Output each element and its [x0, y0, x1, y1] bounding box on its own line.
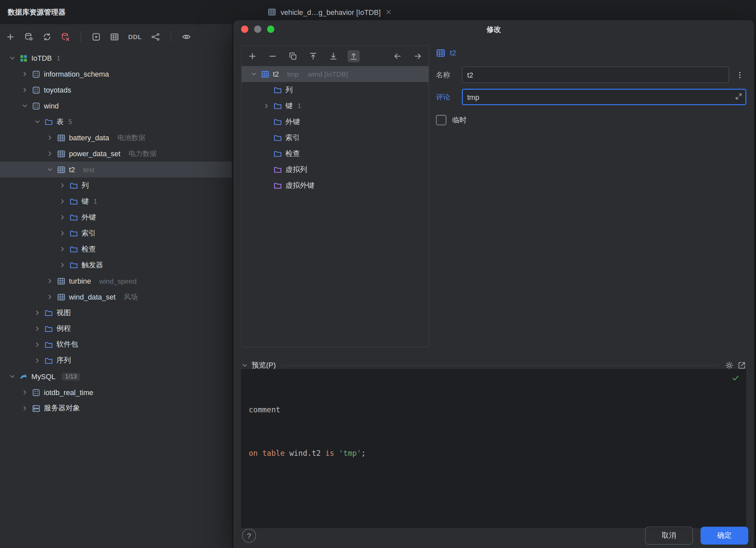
dialog-tree-item-indexes[interactable]: 索引 — [241, 130, 428, 146]
table-icon — [57, 149, 66, 158]
chevron-right-icon[interactable] — [263, 102, 270, 109]
chevron-right-icon[interactable] — [34, 341, 41, 348]
dialog-tree-item-checks[interactable]: 检查 — [241, 146, 428, 161]
tree-item-iotdb[interactable]: IoTDB 1 — [0, 50, 232, 66]
chevron-down-icon[interactable] — [250, 70, 258, 78]
dialog-tree-item-t2[interactable]: t2 tmp .wind [IoTDB] — [241, 66, 428, 82]
chevron-right-icon[interactable] — [59, 229, 66, 237]
dialog-tree-item-virtual-columns[interactable]: 虚拟列 — [241, 161, 428, 177]
chevron-right-icon[interactable] — [34, 309, 41, 317]
tree-item-label: 列 — [82, 181, 89, 190]
chevron-down-icon[interactable] — [9, 373, 16, 380]
chevron-right-icon[interactable] — [34, 325, 41, 333]
tree-item-sequences-folder[interactable]: 序列 — [0, 353, 232, 369]
preview-settings-gear-icon[interactable] — [725, 361, 734, 370]
chevron-right-icon[interactable] — [46, 150, 54, 157]
chevron-down-icon[interactable] — [241, 362, 248, 369]
comment-input[interactable] — [462, 89, 746, 105]
datasource-properties-icon[interactable] — [24, 32, 33, 41]
dialog-tree-item-columns[interactable]: 列 — [241, 82, 428, 98]
tree-item-label: information_schema — [44, 70, 109, 78]
tree-item-wind[interactable]: wind — [0, 98, 232, 114]
disconnect-icon[interactable] — [61, 32, 70, 41]
tree-item-views-folder[interactable]: 视图 — [0, 305, 232, 321]
tree-item-iotdb-real-time[interactable]: iotdb_real_time — [0, 385, 232, 400]
chevron-down-icon[interactable] — [9, 54, 16, 62]
chevron-right-icon[interactable] — [59, 213, 66, 221]
tree-item-turbine[interactable]: turbine wind_speed — [0, 273, 232, 289]
tree-item-foreign-keys[interactable]: 外键 — [0, 209, 232, 225]
tree-item-toyotads[interactable]: toyotads — [0, 82, 232, 98]
jump-to-console-icon[interactable] — [92, 32, 101, 41]
add-datasource-button[interactable] — [6, 32, 15, 41]
help-button[interactable]: ? — [242, 529, 256, 543]
table-comment: test — [83, 165, 95, 173]
ddl-button[interactable]: DDL — [128, 33, 142, 40]
tree-item-checks[interactable]: 检查 — [0, 241, 232, 257]
tree-item-triggers[interactable]: 触发器 — [0, 257, 232, 273]
temporary-checkbox[interactable] — [436, 115, 446, 125]
chevron-right-icon[interactable] — [21, 405, 29, 412]
tree-item-mysql[interactable]: MySQL 1/13 — [0, 369, 232, 385]
more-options-kebab-icon[interactable] — [733, 68, 746, 82]
footer-buttons: 取消 确定 — [645, 527, 748, 545]
chevron-right-icon[interactable] — [34, 357, 41, 364]
tree-item-keys[interactable]: 键 1 — [0, 193, 232, 209]
tree-item-tables-folder[interactable]: 表 5 — [0, 114, 232, 130]
preview-section-header[interactable]: 预览(P) — [241, 360, 746, 370]
duplicate-icon[interactable] — [287, 50, 299, 62]
chevron-down-icon[interactable] — [46, 166, 54, 173]
tree-item-routines-folder[interactable]: 例程 — [0, 321, 232, 337]
chevron-right-icon[interactable] — [59, 182, 66, 189]
back-icon[interactable] — [392, 50, 404, 62]
refresh-icon[interactable] — [42, 32, 52, 41]
chevron-right-icon[interactable] — [21, 70, 29, 78]
chevron-right-icon[interactable] — [21, 389, 29, 396]
tree-item-label: 例程 — [56, 324, 71, 334]
ok-button[interactable]: 确定 — [701, 527, 748, 545]
chevron-right-icon[interactable] — [59, 261, 66, 269]
editor-tab[interactable]: vehicle_d…g_behavior [IoTDB] — [268, 8, 392, 16]
chevron-right-icon[interactable] — [59, 245, 66, 253]
open-in-editor-icon[interactable] — [737, 361, 746, 370]
tree-item-battery-data[interactable]: battery_data 电池数据 — [0, 130, 232, 146]
chevron-right-icon[interactable] — [21, 86, 29, 93]
tree-item-information-schema[interactable]: information_schema — [0, 66, 232, 82]
add-icon[interactable] — [246, 50, 258, 62]
tree-item-columns[interactable]: 列 — [0, 177, 232, 193]
tree-item-label: battery_data — [69, 134, 109, 142]
close-tab-icon[interactable] — [385, 9, 392, 15]
close-window-button[interactable] — [241, 26, 248, 33]
forward-icon[interactable] — [412, 50, 424, 62]
chevron-right-icon[interactable] — [46, 293, 54, 301]
tree-item-packages-folder[interactable]: 软件包 — [0, 337, 232, 353]
chevron-right-icon[interactable] — [59, 198, 66, 205]
dialog-tree-item-virtual-foreign-keys[interactable]: 虚拟外键 — [241, 177, 428, 193]
remove-icon[interactable] — [267, 50, 279, 62]
tree-item-label: 软件包 — [56, 340, 78, 349]
diagram-icon[interactable] — [151, 32, 160, 41]
move-up-icon[interactable] — [307, 50, 319, 62]
folder-icon — [273, 117, 282, 126]
chevron-down-icon[interactable] — [34, 118, 41, 125]
cancel-button[interactable]: 取消 — [645, 527, 693, 545]
expand-editor-icon[interactable] — [735, 92, 742, 100]
tree-item-wind-data-set[interactable]: wind_data_set 风场 — [0, 289, 232, 305]
tree-item-label: IoTDB — [31, 54, 52, 62]
dialog-tree-item-keys[interactable]: 键 1 — [241, 98, 428, 114]
sql-preview-editor[interactable]: comment on table wind.t2 is 'tmp'; — [241, 369, 746, 528]
move-down-icon[interactable] — [327, 50, 339, 62]
chevron-down-icon[interactable] — [21, 102, 29, 109]
scroll-to-source-icon[interactable] — [347, 50, 359, 62]
name-input[interactable] — [462, 67, 729, 83]
chevron-right-icon[interactable] — [46, 134, 54, 141]
tree-item-indexes[interactable]: 索引 — [0, 225, 232, 241]
tree-item-t2-selected[interactable]: t2 test — [0, 161, 232, 177]
open-table-icon[interactable] — [110, 32, 119, 41]
view-options-eye-icon[interactable] — [182, 32, 191, 41]
chevron-right-icon[interactable] — [46, 277, 54, 285]
tree-item-power-data-set[interactable]: power_data_set 电力数据 — [0, 146, 232, 161]
zoom-window-button[interactable] — [267, 26, 275, 33]
tree-item-server-objects[interactable]: 服务器对象 — [0, 400, 232, 416]
dialog-tree-item-foreign-keys[interactable]: 外键 — [241, 114, 428, 130]
